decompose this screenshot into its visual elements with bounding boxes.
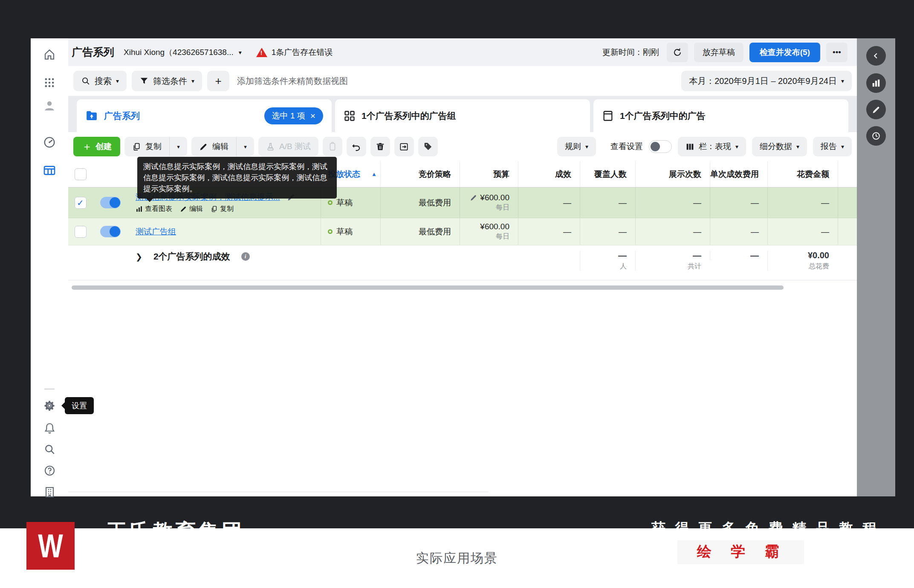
- row-hover-actions: 查看图表 编辑 复制: [136, 205, 321, 213]
- add-filter-button[interactable]: +: [207, 71, 229, 91]
- tag-button[interactable]: [418, 137, 438, 156]
- columns-label: 栏：表现: [699, 141, 731, 152]
- filters-dropdown[interactable]: 筛选条件 ▾: [132, 71, 202, 91]
- undo-button[interactable]: [347, 137, 366, 156]
- home-icon[interactable]: [41, 46, 58, 63]
- view-settings-toggle[interactable]: [649, 140, 672, 153]
- delete-trash-button[interactable]: [370, 137, 390, 156]
- settings-tooltip: 设置: [65, 397, 94, 414]
- filter-bar: 搜索 ▾ 筛选条件 ▾ + 添加筛选条件来精简数据视图 本月：2020年9月1日…: [68, 66, 857, 96]
- status-text: 草稿: [336, 197, 353, 208]
- view-charts-action[interactable]: 查看图表: [136, 205, 172, 213]
- account-person-icon[interactable]: [41, 97, 58, 114]
- tab-ads[interactable]: 1个广告系列中的广告: [593, 99, 848, 132]
- search-icon[interactable]: [41, 441, 58, 458]
- watermark: 绘 学 霸: [677, 540, 804, 564]
- breakdown-label: 细分数据: [760, 141, 792, 152]
- search-dropdown[interactable]: 搜索 ▾: [73, 71, 127, 91]
- export-button[interactable]: [394, 137, 414, 156]
- rules-dropdown[interactable]: 规则 ▾: [557, 137, 596, 156]
- campaign-active-toggle[interactable]: [100, 226, 121, 237]
- chevron-down-icon: ▾: [239, 49, 242, 56]
- account-selector[interactable]: Xihui Xiong（423626571638... ▾: [124, 47, 242, 58]
- row-checkbox[interactable]: ✓: [75, 197, 87, 209]
- create-button[interactable]: ＋创建: [73, 137, 120, 156]
- tab-campaigns[interactable]: 广告系列 选中 1 项 ×: [77, 99, 332, 132]
- collapse-chevron-button[interactable]: [866, 46, 886, 66]
- info-icon[interactable]: i: [241, 252, 250, 261]
- create-label: 创建: [95, 141, 112, 152]
- discard-draft-button[interactable]: 放弃草稿: [694, 43, 743, 62]
- budget-column-header[interactable]: 预算: [460, 161, 518, 187]
- apps-grid-icon[interactable]: [41, 74, 58, 91]
- tab-adsets[interactable]: 1个广告系列中的广告组: [335, 99, 590, 132]
- refresh-button[interactable]: [667, 43, 688, 62]
- spend-column-header[interactable]: 花费金额: [767, 161, 838, 187]
- panel-bottom-divider: [68, 492, 488, 492]
- edit-panel-button[interactable]: [866, 100, 886, 119]
- date-range-picker[interactable]: 本月：2020年9月1日 – 2020年9月24日 ▾: [681, 71, 852, 91]
- bid-cell: 最低费用: [380, 218, 460, 245]
- impressions-cell: —: [635, 218, 710, 245]
- notifications-bell-icon[interactable]: [41, 419, 58, 436]
- ads-manager-window: 广告系列 Xihui Xiong（423626571638... ▾ 1条广告存…: [31, 38, 895, 496]
- filters-label: 筛选条件: [153, 75, 187, 87]
- expand-summary-chevron[interactable]: ❯: [136, 252, 142, 262]
- budget-value: ¥600.00: [480, 222, 509, 231]
- history-clock-button[interactable]: [866, 126, 886, 146]
- row-checkbox[interactable]: [75, 226, 87, 238]
- clipboard-button-disabled[interactable]: [323, 137, 342, 156]
- chevron-down-icon: ▾: [841, 78, 844, 84]
- charts-button[interactable]: [866, 73, 886, 93]
- duplicate-button[interactable]: 复制: [124, 137, 169, 156]
- duplicate-action[interactable]: 复制: [211, 205, 234, 213]
- more-options-button[interactable]: •••: [826, 43, 847, 62]
- settings-gear-icon[interactable]: [41, 397, 58, 414]
- edit-menu-caret[interactable]: ▾: [236, 137, 254, 156]
- help-icon[interactable]: [41, 462, 58, 479]
- edit-budget-pencil-icon[interactable]: [470, 194, 477, 202]
- results-column-header[interactable]: 成效: [518, 161, 580, 187]
- chevron-down-icon: ▾: [841, 143, 844, 150]
- report-dropdown[interactable]: 报告 ▾: [813, 137, 852, 156]
- campaign-name-link[interactable]: 测试广告组: [136, 226, 176, 237]
- campaign-active-toggle[interactable]: [100, 197, 121, 208]
- cost-column-header[interactable]: 单次成效费用: [710, 161, 767, 187]
- rules-label: 规则: [565, 141, 581, 152]
- selected-count-badge[interactable]: 选中 1 项 ×: [264, 107, 323, 124]
- chevron-down-icon: ▾: [585, 143, 588, 150]
- summary-label: 2个广告系列的成效: [153, 251, 230, 262]
- chevron-down-icon: ▾: [796, 143, 799, 150]
- budget-period: 每日: [496, 232, 509, 241]
- ab-test-button[interactable]: A/B 测试: [258, 137, 318, 156]
- sort-asc-icon: ▲: [371, 171, 377, 177]
- edit-action[interactable]: 编辑: [180, 205, 203, 213]
- campaigns-table-icon[interactable]: [41, 162, 58, 179]
- edit-label: 编辑: [212, 141, 228, 152]
- page-header: 广告系列 Xihui Xiong（423626571638... ▾ 1条广告存…: [68, 38, 857, 66]
- breakdown-dropdown[interactable]: 细分数据 ▾: [752, 137, 807, 156]
- duplicate-menu-caret[interactable]: ▾: [169, 137, 187, 156]
- cost-cell: —: [710, 187, 767, 218]
- impressions-column-header[interactable]: 展示次数: [635, 161, 710, 187]
- filter-placeholder[interactable]: 添加筛选条件来精简数据视图: [237, 75, 676, 87]
- edit-button[interactable]: 编辑: [191, 137, 236, 156]
- impressions-cell: —: [635, 187, 710, 218]
- chevron-down-icon: ▾: [735, 143, 738, 150]
- video-frame: 王氏教育集团 获得更多免费精品教程 W 实际应用场景 绘 学 霸: [0, 0, 914, 588]
- chevron-down-icon: ▾: [116, 78, 119, 84]
- reach-column-header[interactable]: 覆盖人数: [580, 161, 635, 187]
- review-publish-button[interactable]: 检查并发布(5): [749, 43, 820, 62]
- columns-dropdown[interactable]: 栏：表现 ▾: [678, 137, 746, 156]
- tab-ads-label: 1个广告系列中的广告: [620, 110, 706, 122]
- duplicate-label: 复制: [145, 141, 162, 152]
- tab-adsets-label: 1个广告系列中的广告组: [362, 110, 456, 122]
- ads-manager-gauge-icon[interactable]: [41, 134, 58, 151]
- horizontal-scrollbar[interactable]: [72, 285, 784, 290]
- bid-column-header[interactable]: 竞价策略: [380, 161, 460, 187]
- bid-cell: 最低费用: [380, 187, 460, 218]
- error-banner[interactable]: 1条广告存在错误: [256, 47, 333, 58]
- business-building-icon[interactable]: [41, 483, 58, 500]
- clear-selection-icon[interactable]: ×: [310, 111, 315, 121]
- select-all-checkbox[interactable]: [75, 168, 87, 180]
